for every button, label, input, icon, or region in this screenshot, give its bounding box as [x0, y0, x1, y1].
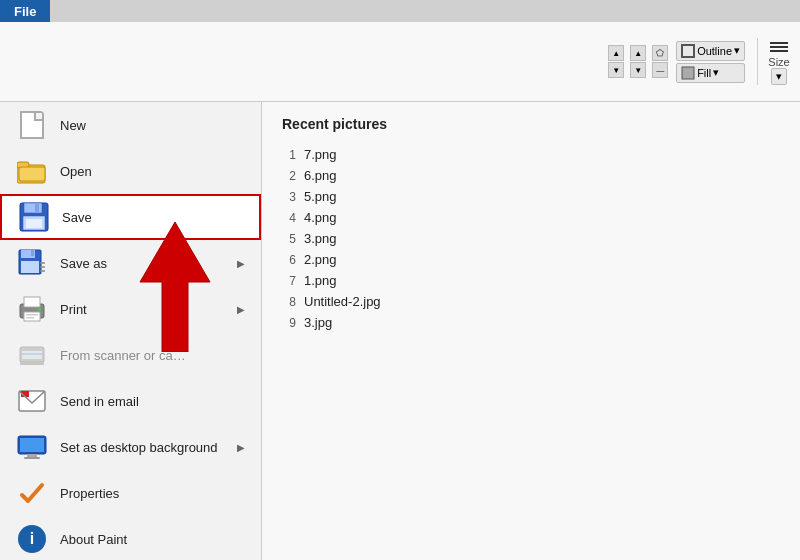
print-arrow: ▶: [237, 304, 245, 315]
size-label: Size: [768, 56, 789, 68]
svg-rect-18: [24, 297, 40, 307]
shape-arrow-2-up[interactable]: ▲: [630, 45, 646, 61]
svg-rect-30: [20, 438, 44, 452]
fill-label: Fill: [697, 67, 711, 79]
menu-item-new[interactable]: New: [0, 102, 261, 148]
title-bar: File: [0, 0, 800, 22]
outline-button[interactable]: Outline ▾: [676, 41, 745, 61]
menu-item-properties[interactable]: Properties: [0, 470, 261, 516]
ribbon-right: ▲ ▼ ▲ ▼ ⬠ — Outline ▾: [600, 22, 800, 101]
hamburger-menu[interactable]: [766, 38, 792, 56]
menu-item-email[interactable]: Send in email: [0, 378, 261, 424]
email-icon: [16, 385, 48, 417]
recent-file-9[interactable]: 9 3.jpg: [282, 312, 780, 333]
recent-file-7[interactable]: 7 1.png: [282, 270, 780, 291]
size-dropdown[interactable]: ▾: [771, 68, 787, 85]
recent-file-4[interactable]: 4 4.png: [282, 207, 780, 228]
menu-item-save-as[interactable]: Save as ▶: [0, 240, 261, 286]
recent-file-8[interactable]: 8 Untitled-2.jpg: [282, 291, 780, 312]
file-tab[interactable]: File: [0, 0, 50, 22]
shape-pentagon[interactable]: ⬠: [652, 45, 668, 61]
menu-email-label: Send in email: [60, 394, 139, 409]
save-as-arrow: ▶: [237, 258, 245, 269]
desktop-arrow: ▶: [237, 442, 245, 453]
outline-row: ▲ ▼ ▲ ▼ ⬠ — Outline ▾: [608, 41, 745, 83]
svg-point-22: [37, 307, 41, 311]
menu-print-label: Print: [60, 302, 87, 317]
menu-open-label: Open: [60, 164, 92, 179]
scanner-icon: [16, 339, 48, 371]
open-folder-icon: [16, 155, 48, 187]
menu-properties-label: Properties: [60, 486, 119, 501]
svg-rect-12: [31, 250, 34, 256]
save-floppy-icon: [18, 201, 50, 233]
shape-arrow-down[interactable]: ▼: [608, 62, 624, 78]
main-content: New Open: [0, 102, 800, 560]
svg-rect-19: [24, 312, 40, 321]
recent-file-3[interactable]: 3 5.png: [282, 186, 780, 207]
svg-rect-32: [24, 457, 40, 459]
shape-arrow-2-down[interactable]: ▼: [630, 62, 646, 78]
svg-rect-7: [35, 204, 39, 212]
ribbon: ▲ ▼ ▲ ▼ ⬠ — Outline ▾: [0, 22, 800, 102]
menu-new-label: New: [60, 118, 86, 133]
fill-icon: [681, 66, 695, 80]
menu-item-scanner[interactable]: From scanner or ca…: [0, 332, 261, 378]
menu-item-save[interactable]: Save: [0, 194, 261, 240]
print-icon: [16, 293, 48, 325]
menu-save-label: Save: [62, 210, 92, 225]
menu-about-label: About Paint: [60, 532, 127, 547]
menu-item-about[interactable]: i About Paint: [0, 516, 261, 560]
properties-icon: [16, 477, 48, 509]
shape-arrow-up[interactable]: ▲: [608, 45, 624, 61]
recent-file-6[interactable]: 6 2.png: [282, 249, 780, 270]
svg-rect-0: [682, 45, 694, 57]
svg-rect-6: [24, 203, 42, 213]
menu-desktop-label: Set as desktop background: [60, 440, 218, 455]
svg-rect-4: [19, 167, 45, 181]
outline-dropdown-arrow: ▾: [734, 44, 740, 57]
recent-file-5[interactable]: 5 3.png: [282, 228, 780, 249]
recent-title: Recent pictures: [282, 116, 780, 132]
svg-rect-13: [21, 261, 39, 273]
menu-scanner-label: From scanner or ca…: [60, 348, 186, 363]
svg-rect-31: [27, 454, 37, 457]
svg-rect-21: [26, 317, 34, 319]
outline-label: Outline: [697, 45, 732, 57]
menu-panel: New Open: [0, 102, 262, 560]
recent-file-list: 1 7.png 2 6.png 3 5.png 4 4.png 5 3.png …: [282, 144, 780, 333]
shape-dash[interactable]: —: [652, 62, 668, 78]
menu-save-as-label: Save as: [60, 256, 107, 271]
svg-rect-1: [682, 67, 694, 79]
menu-item-open[interactable]: Open: [0, 148, 261, 194]
recent-panel: Recent pictures 1 7.png 2 6.png 3 5.png …: [262, 102, 800, 560]
recent-file-2[interactable]: 2 6.png: [282, 165, 780, 186]
about-icon: i: [16, 523, 48, 555]
desktop-icon: [16, 431, 48, 463]
svg-rect-25: [20, 361, 44, 365]
fill-button[interactable]: Fill ▾: [676, 63, 745, 83]
svg-rect-26: [22, 353, 42, 355]
recent-file-1[interactable]: 1 7.png: [282, 144, 780, 165]
menu-item-desktop[interactable]: Set as desktop background ▶: [0, 424, 261, 470]
fill-dropdown-arrow: ▾: [713, 66, 719, 79]
svg-rect-20: [26, 314, 38, 316]
save-as-icon: [16, 247, 48, 279]
new-file-icon: [16, 109, 48, 141]
svg-rect-9: [26, 219, 42, 228]
menu-item-print[interactable]: Print ▶: [0, 286, 261, 332]
outline-icon: [681, 44, 695, 58]
